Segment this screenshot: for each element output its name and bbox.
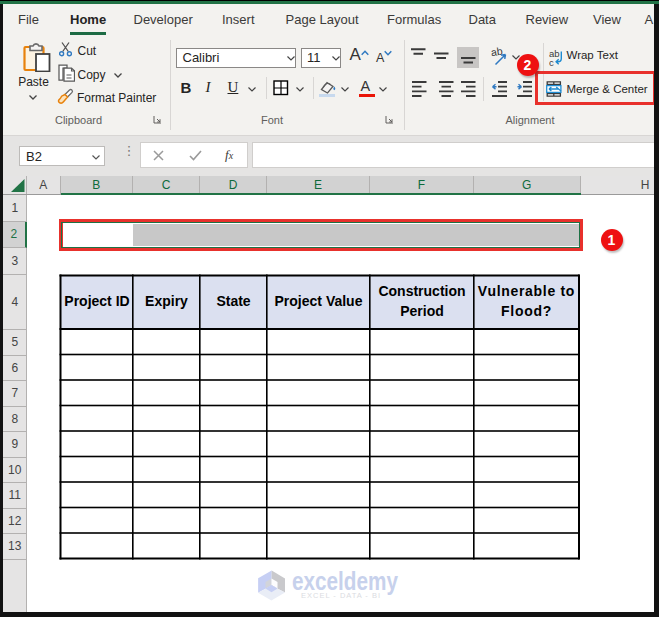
svg-text:EXCEL - DATA - BI: EXCEL - DATA - BI bbox=[301, 591, 382, 600]
